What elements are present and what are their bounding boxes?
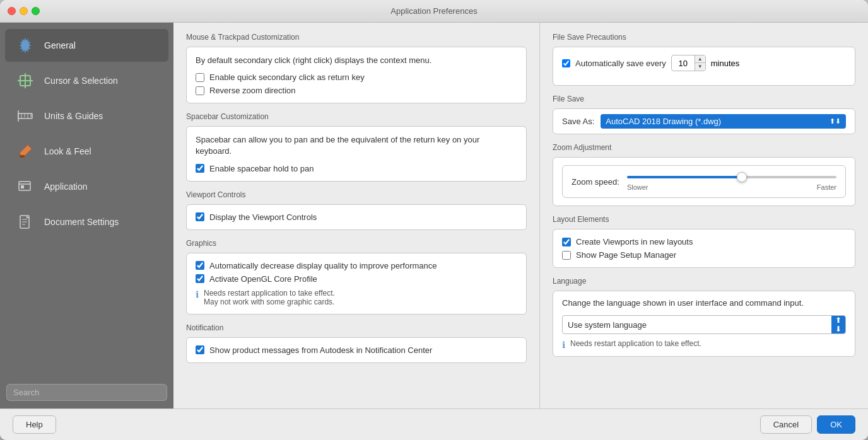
reverse-zoom-row: Reverse zoom direction	[196, 86, 517, 95]
product-messages-row: Show product messages from Autodesk in N…	[196, 345, 517, 355]
traffic-lights	[8, 7, 40, 15]
show-page-setup-label: Show Page Setup Manager	[576, 250, 676, 260]
graphics-info-text: Needs restart application to take effect…	[204, 289, 335, 306]
zoom-slider[interactable]	[627, 176, 836, 178]
sidebar: General Cursor & Selection	[0, 23, 173, 408]
ruler-icon	[15, 106, 35, 126]
spacebar-pan-row: Enable spacebar hold to pan	[196, 164, 517, 173]
save-as-select[interactable]: AutoCAD 2018 Drawing (*.dwg) ⬆⬇	[601, 114, 846, 129]
sidebar-item-units[interactable]: Units & Guides	[5, 100, 168, 132]
search-input[interactable]	[6, 384, 167, 401]
opengl-checkbox[interactable]	[196, 274, 204, 283]
bottom-bar: Help Cancel OK	[0, 408, 868, 440]
language-info-icon: ℹ	[562, 340, 565, 350]
save-as-label: Save As:	[562, 117, 594, 126]
language-select-row[interactable]: Use system language ⬆⬇	[562, 315, 846, 334]
mouse-section-title: Mouse & Trackpad Customization	[186, 33, 527, 42]
file-save-precautions-box: Automatically save every ▲ ▼ minutes	[553, 47, 855, 86]
notification-section-box: Show product messages from Autodesk in N…	[186, 337, 527, 363]
create-viewports-checkbox[interactable]	[562, 238, 571, 246]
info-icon: ℹ	[196, 289, 199, 299]
mouse-description: By default secondary click (right click)…	[196, 55, 517, 66]
reverse-zoom-checkbox[interactable]	[196, 86, 204, 95]
save-as-value: AutoCAD 2018 Drawing (*.dwg)	[606, 117, 721, 126]
auto-decrease-checkbox[interactable]	[196, 261, 204, 270]
zoom-row: Zoom speed: Slower Faster	[562, 165, 846, 198]
auto-save-value-input[interactable]	[672, 57, 695, 69]
spacebar-section-box: Spacebar can allow you to pan and be the…	[186, 126, 527, 181]
language-select-value: Use system language	[563, 317, 831, 333]
minimize-button[interactable]	[20, 7, 28, 15]
create-viewports-label: Create Viewports in new layouts	[576, 237, 693, 246]
sidebar-cursor-label: Cursor & Selection	[44, 76, 118, 86]
close-button[interactable]	[8, 7, 16, 15]
auto-save-suffix: minutes	[711, 59, 740, 68]
spacebar-pan-label: Enable spacebar hold to pan	[209, 164, 314, 173]
viewport-section-title: Viewport Controls	[186, 190, 527, 199]
graphics-section-title: Graphics	[186, 239, 527, 248]
graphics-section-box: Automatically decrease display quality t…	[186, 253, 527, 315]
save-as-chevron-icon: ⬆⬇	[830, 117, 841, 125]
auto-decrease-row: Automatically decrease display quality t…	[196, 261, 517, 270]
language-title: Language	[553, 277, 855, 286]
title-bar: Application Preferences	[0, 0, 868, 23]
layout-elements-box: Create Viewports in new layouts Show Pag…	[553, 229, 855, 268]
product-messages-checkbox[interactable]	[196, 345, 204, 354]
sidebar-application-label: Application	[44, 182, 88, 192]
brush-icon	[15, 141, 35, 161]
sidebar-general-label: General	[44, 40, 76, 50]
display-viewport-label: Display the Viewport Controls	[209, 212, 317, 222]
language-info: ℹ Needs restart application to take effe…	[562, 339, 846, 350]
opengl-row: Activate OpenGL Core Profile	[196, 274, 517, 284]
sidebar-document-label: Document Settings	[44, 217, 119, 227]
mouse-section-box: By default secondary click (right click)…	[186, 47, 527, 103]
file-save-precautions-title: File Save Precautions	[553, 33, 855, 42]
display-viewport-row: Display the Viewport Controls	[196, 212, 517, 222]
language-select-button[interactable]: ⬆⬇	[831, 316, 845, 333]
zoom-adjustment-box: Zoom speed: Slower Faster	[553, 157, 855, 206]
sidebar-item-look[interactable]: Look & Feel	[5, 135, 168, 168]
spinner-buttons: ▲ ▼	[695, 55, 705, 71]
window-title: Application Preferences	[390, 6, 477, 16]
spacebar-section-title: Spacebar Customization	[186, 112, 527, 121]
sidebar-item-cursor[interactable]: Cursor & Selection	[5, 64, 168, 97]
right-panel: File Save Precautions Automatically save…	[540, 23, 868, 408]
sidebar-item-general[interactable]: General	[5, 29, 168, 62]
language-description: Change the language shown in user interf…	[562, 298, 846, 309]
spinner-up-button[interactable]: ▲	[695, 55, 705, 63]
maximize-button[interactable]	[32, 7, 40, 15]
language-chevron-icon: ⬆⬇	[835, 316, 842, 333]
show-page-setup-checkbox[interactable]	[562, 251, 571, 260]
sidebar-item-document[interactable]: Document Settings	[5, 206, 168, 238]
application-window: Application Preferences General	[0, 0, 868, 440]
language-box: Change the language shown in user interf…	[553, 291, 855, 357]
zoom-adjustment-title: Zoom Adjustment	[553, 143, 855, 152]
slider-min-label: Slower	[627, 183, 648, 191]
file-save-title: File Save	[553, 95, 855, 103]
language-info-text: Needs restart application to take effect…	[570, 339, 701, 348]
auto-decrease-label: Automatically decrease display quality t…	[209, 261, 437, 270]
main-content: Mouse & Trackpad Customization By defaul…	[173, 23, 868, 408]
reverse-zoom-label: Reverse zoom direction	[209, 86, 296, 95]
quick-secondary-checkbox[interactable]	[196, 73, 204, 82]
left-panel: Mouse & Trackpad Customization By defaul…	[173, 23, 540, 408]
auto-save-checkbox[interactable]	[562, 59, 570, 67]
viewport-section-box: Display the Viewport Controls	[186, 204, 527, 230]
help-button[interactable]: Help	[13, 415, 56, 434]
cursor-icon	[15, 71, 35, 91]
opengl-label: Activate OpenGL Core Profile	[209, 274, 317, 284]
show-page-setup-row: Show Page Setup Manager	[562, 250, 846, 260]
document-icon	[15, 212, 35, 232]
spinner-down-button[interactable]: ▼	[695, 63, 705, 71]
ok-button[interactable]: OK	[817, 415, 855, 434]
quick-secondary-row: Enable quick secondary click as return k…	[196, 72, 517, 82]
display-viewport-checkbox[interactable]	[196, 212, 204, 221]
cancel-button[interactable]: Cancel	[760, 415, 812, 434]
content-area: General Cursor & Selection	[0, 23, 868, 408]
spacebar-pan-checkbox[interactable]	[196, 164, 204, 173]
svg-rect-10	[20, 155, 25, 158]
sidebar-item-application[interactable]: Application	[5, 170, 168, 203]
auto-save-spinner: ▲ ▼	[671, 55, 706, 71]
gear-icon	[15, 35, 35, 55]
sidebar-search	[0, 376, 173, 408]
